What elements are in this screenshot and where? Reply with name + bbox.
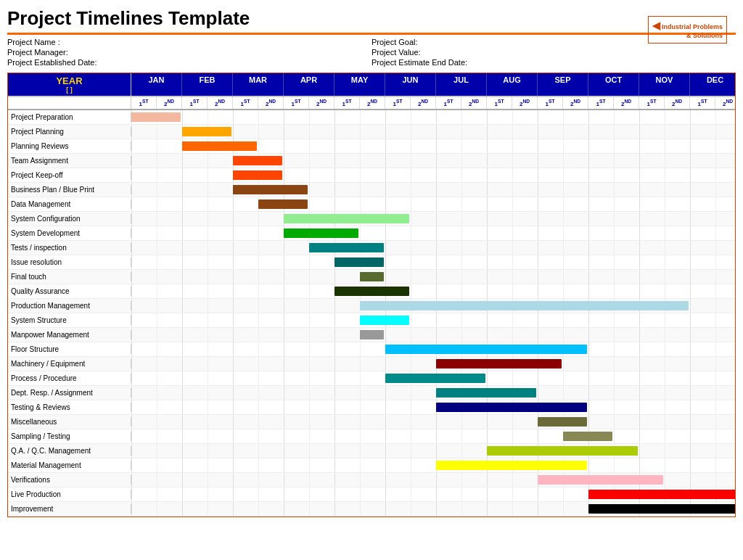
sub-5: 2ND bbox=[258, 97, 284, 109]
gantt-bar bbox=[360, 301, 689, 310]
table-row: System Development bbox=[8, 226, 735, 241]
month-nov: NOV bbox=[639, 73, 690, 96]
bars-area bbox=[131, 299, 736, 313]
gantt-bar bbox=[309, 243, 384, 252]
table-row: Data Management bbox=[8, 197, 735, 212]
bars-area bbox=[131, 284, 736, 298]
task-label: Quality Assurance bbox=[8, 287, 131, 296]
sub-8: 1ST bbox=[334, 97, 360, 109]
bars-area bbox=[131, 183, 736, 197]
table-row: Project Keep-off bbox=[8, 168, 735, 183]
table-row: Verifications bbox=[8, 473, 735, 487]
gantt-bar bbox=[284, 214, 409, 223]
gantt-body: Project PreparationProject PlanningPlann… bbox=[8, 110, 735, 516]
task-label: Improvement bbox=[8, 504, 131, 514]
gantt-bar bbox=[182, 127, 231, 136]
table-row: Issue resolution bbox=[8, 255, 735, 270]
table-row: Dept. Resp. / Assignment bbox=[8, 386, 735, 400]
task-label: Sampling / Testing bbox=[8, 432, 131, 441]
bars-area bbox=[131, 168, 736, 182]
table-row: Miscellaneous bbox=[8, 415, 735, 429]
task-label: Planning Reviews bbox=[8, 141, 131, 151]
gantt-bar bbox=[233, 156, 282, 165]
gantt-bar bbox=[233, 170, 282, 180]
table-row: Business Plan / Blue Print bbox=[8, 183, 735, 197]
gantt-bar bbox=[436, 403, 587, 412]
table-row: System Structure bbox=[8, 313, 735, 328]
bars-area bbox=[131, 458, 736, 472]
gantt-bar bbox=[538, 475, 663, 485]
task-label: Material Management bbox=[8, 461, 131, 470]
month-jul: JUL bbox=[436, 73, 487, 96]
sub-3: 2ND bbox=[208, 97, 233, 109]
bars-area bbox=[131, 487, 736, 501]
bars-area bbox=[131, 110, 736, 124]
table-row: Q.A. / Q.C. Management bbox=[8, 444, 735, 458]
month-oct: OCT bbox=[588, 73, 639, 96]
task-label: Issue resolution bbox=[8, 258, 131, 267]
month-may: MAY bbox=[334, 73, 385, 96]
project-manager-label: Project Manager: bbox=[7, 48, 372, 57]
gantt-bar bbox=[588, 504, 736, 514]
sub-16: 1ST bbox=[538, 97, 563, 109]
sub-6: 1ST bbox=[284, 97, 309, 109]
gantt-bar bbox=[360, 272, 384, 281]
project-info-left: Project Name : Project Manager: Project … bbox=[7, 38, 372, 67]
task-label: Testing & Reviews bbox=[8, 403, 131, 412]
task-label: Dept. Resp. / Assignment bbox=[8, 388, 131, 398]
bars-area bbox=[131, 313, 736, 327]
table-row: Project Preparation bbox=[8, 110, 735, 125]
sub-4: 1ST bbox=[233, 97, 258, 109]
bars-area bbox=[131, 154, 736, 168]
bars-area bbox=[131, 197, 736, 211]
table-row: System Configuration bbox=[8, 212, 735, 226]
sub-15: 2ND bbox=[512, 97, 538, 109]
bars-area bbox=[131, 371, 736, 385]
task-label: Data Management bbox=[8, 199, 131, 209]
task-label: Production Management bbox=[8, 301, 131, 310]
table-row: Process / Procedure bbox=[8, 371, 735, 386]
task-label: Project Planning bbox=[8, 127, 131, 136]
divider-line bbox=[7, 33, 736, 35]
table-row: Production Management bbox=[8, 299, 735, 313]
sub-18: 1ST bbox=[588, 97, 614, 109]
task-label: Business Plan / Blue Print bbox=[8, 185, 131, 194]
sub-9: 2ND bbox=[360, 97, 385, 109]
gantt-bar bbox=[258, 199, 308, 209]
sub-17: 2ND bbox=[563, 97, 588, 109]
gantt-bar bbox=[360, 316, 409, 325]
task-label: Live Production bbox=[8, 490, 131, 499]
table-row: Quality Assurance bbox=[8, 284, 735, 299]
gantt-bar bbox=[588, 490, 736, 499]
bars-area bbox=[131, 386, 736, 400]
gantt-bar bbox=[538, 417, 587, 427]
table-row: Final touch bbox=[8, 270, 735, 284]
sub-12: 1ST bbox=[436, 97, 461, 109]
table-row: Team Assignment bbox=[8, 154, 735, 168]
task-label: Project Keep-off bbox=[8, 170, 131, 180]
gantt-bar bbox=[360, 330, 384, 339]
table-row: Sampling / Testing bbox=[8, 429, 735, 444]
sub-7: 2ND bbox=[309, 97, 334, 109]
gantt-bar bbox=[563, 432, 612, 441]
sub-21: 2ND bbox=[665, 97, 690, 109]
gantt-bar bbox=[436, 388, 536, 398]
task-label: Verifications bbox=[8, 475, 131, 485]
bars-area bbox=[131, 226, 736, 240]
bars-area bbox=[131, 415, 736, 429]
task-label: Manpower Management bbox=[8, 330, 131, 339]
table-row: Live Production bbox=[8, 487, 735, 502]
month-mar: MAR bbox=[233, 73, 284, 96]
month-dec: DEC bbox=[690, 73, 736, 96]
project-value-label: Project Value: bbox=[372, 48, 736, 57]
sub-22: 1ST bbox=[690, 97, 715, 109]
bars-area bbox=[131, 444, 736, 458]
task-label: Miscellaneous bbox=[8, 417, 131, 427]
task-label: Machinery / Equipment bbox=[8, 359, 131, 368]
table-row: Tests / inspection bbox=[8, 241, 735, 255]
table-row: Testing & Reviews bbox=[8, 400, 735, 415]
gantt-bar bbox=[182, 141, 257, 151]
gantt-bar bbox=[436, 359, 562, 368]
page-title: Project Timelines Template bbox=[7, 7, 736, 30]
bars-area bbox=[131, 473, 736, 487]
